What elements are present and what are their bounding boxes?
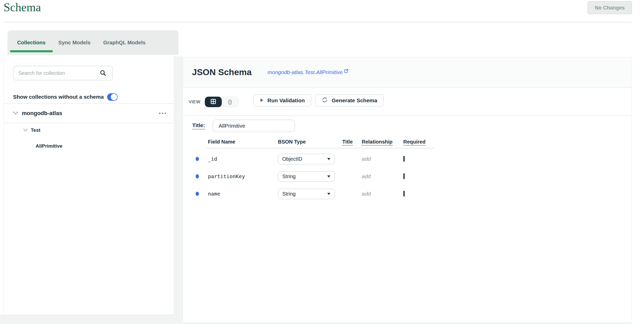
search-icon [99, 69, 107, 78]
schema-title-input[interactable] [213, 120, 295, 132]
required-checkbox[interactable] [403, 156, 405, 162]
bson-type-select[interactable]: String [278, 171, 335, 182]
braces-icon: {} [228, 99, 232, 105]
page-title: Schema [4, 0, 41, 15]
run-validation-button[interactable]: Run Validation [254, 95, 311, 106]
collection-search [13, 66, 113, 80]
field-name: _id [208, 156, 278, 162]
table-header-divider [206, 148, 434, 149]
table-body: _id ObjectID add partitionKey String [183, 150, 631, 202]
play-icon [260, 97, 264, 104]
column-header-relationship: Relationship [362, 139, 403, 145]
title-label: Title: [192, 122, 205, 129]
ellipsis-menu-icon[interactable] [159, 113, 166, 114]
header-divider [3, 22, 632, 23]
tab-label: Collections [17, 39, 46, 46]
show-collections-toggle[interactable] [107, 93, 118, 101]
tab-sync-models[interactable]: Sync Models [58, 30, 90, 55]
collection-name: AllPrimitive [36, 143, 63, 149]
json-view-button[interactable]: {} [222, 97, 238, 107]
field-status-dot [196, 174, 199, 178]
field-name: partitionKey [208, 173, 278, 179]
chevron-down-icon[interactable] [13, 111, 18, 116]
namespace-text: mongodb-atlas.Test.AllPrimitive [267, 69, 343, 75]
table-header-row: Field Name BSON Type Title Relationship … [183, 136, 631, 148]
schema-title-row: Title: [183, 120, 295, 132]
no-changes-button[interactable]: No Changes [588, 1, 632, 14]
schema-page: Schema No Changes Show collections witho… [0, 0, 644, 324]
tab-bar: Collections Sync Models GraphQL Models [7, 30, 178, 55]
selected-bson-type: String [282, 191, 296, 197]
divider [4, 123, 174, 123]
add-relationship-link[interactable]: add [362, 191, 371, 197]
column-header-field-name: Field Name [208, 139, 278, 145]
main-bottom-background [174, 323, 632, 324]
tab-label: Sync Models [58, 39, 90, 46]
namespace-link[interactable]: mongodb-atlas.Test.AllPrimitive [267, 69, 348, 75]
toggle-knob [111, 94, 117, 100]
table-view-button[interactable] [205, 97, 222, 107]
tab-label: GraphQL Models [103, 39, 146, 46]
dropdown-caret-icon [327, 158, 330, 160]
add-relationship-link[interactable]: add [362, 156, 371, 162]
table-row: partitionKey String add [183, 168, 631, 185]
view-mode-switcher: {} [205, 97, 238, 107]
bson-type-select[interactable]: ObjectID [278, 154, 335, 164]
table-row: name String add [183, 185, 631, 202]
column-header-title: Title [342, 139, 362, 145]
field-status-dot [196, 192, 199, 196]
bson-type-select[interactable]: String [278, 189, 335, 199]
generate-schema-button[interactable]: Generate Schema [315, 95, 384, 106]
required-checkbox[interactable] [403, 173, 405, 179]
collection-group-name: Test [31, 127, 41, 133]
tree-item-database[interactable]: mongodb-atlas [4, 104, 174, 123]
add-relationship-link[interactable]: add [362, 173, 371, 179]
active-tab-indicator [10, 50, 53, 52]
fields-table: Field Name BSON Type Title Relationship … [183, 136, 631, 202]
panel-title: JSON Schema [192, 67, 251, 77]
button-label: Generate Schema [332, 97, 377, 104]
refresh-icon [321, 97, 328, 104]
dropdown-caret-icon [327, 175, 330, 178]
chevron-down-icon[interactable] [23, 128, 28, 133]
show-schemaless-row: Show collections without a schema [13, 91, 118, 103]
toggle-label: Show collections without a schema [13, 94, 104, 100]
selected-bson-type: String [282, 174, 296, 179]
external-link-icon [344, 68, 349, 73]
table-grid-icon [210, 98, 217, 106]
panel-header: JSON Schema mongodb-atlas.Test.AllPrimit… [183, 57, 631, 88]
database-name: mongodb-atlas [22, 110, 62, 117]
card-gap-background [174, 56, 183, 324]
search-input[interactable] [13, 66, 113, 80]
view-label: VIEW [189, 99, 200, 105]
tab-graphql-models[interactable]: GraphQL Models [103, 30, 146, 55]
schema-toolbar: VIEW {} [183, 88, 631, 116]
sidebar-bottom-background [0, 315, 174, 324]
table-row: _id ObjectID add [183, 150, 631, 168]
selected-bson-type: ObjectID [282, 156, 302, 162]
button-label: Run Validation [267, 97, 305, 104]
dropdown-caret-icon [327, 193, 330, 195]
tab-collections[interactable]: Collections [17, 30, 46, 55]
required-checkbox[interactable] [403, 191, 405, 197]
field-name: name [208, 191, 278, 197]
tree-item-collection-group[interactable]: Test [23, 127, 41, 133]
field-status-dot [196, 157, 199, 161]
column-header-required: Required [403, 139, 434, 145]
tree-item-collection[interactable]: AllPrimitive [36, 143, 63, 149]
column-header-bson-type: BSON Type [278, 139, 342, 145]
json-schema-panel: JSON Schema mongodb-atlas.Test.AllPrimit… [183, 57, 632, 323]
collections-sidebar: Show collections without a schema mongod… [3, 55, 174, 315]
